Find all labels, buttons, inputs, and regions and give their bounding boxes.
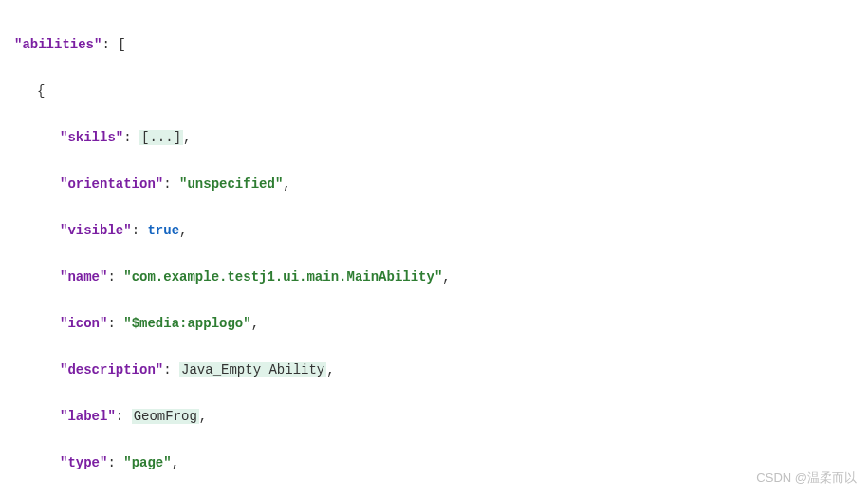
val-icon: $media:applogo: [132, 316, 244, 331]
val-skills: [...]: [139, 130, 183, 145]
key-label: label: [67, 409, 107, 424]
key-visible: visible: [67, 223, 123, 238]
val-orientation: unspecified: [187, 176, 274, 192]
val-visible: true: [147, 223, 179, 238]
key-type: type: [67, 455, 100, 470]
val-label: GeomFrog: [132, 409, 199, 424]
key-icon: icon: [67, 316, 100, 331]
val-description: Java_Empty Ability: [179, 362, 326, 377]
key-name: name: [67, 269, 100, 285]
key-skills: skills: [67, 130, 115, 145]
key-orientation: orientation: [67, 176, 155, 192]
key-abilities: abilities: [22, 37, 94, 52]
json-code-block: "abilities": [ { "skills": [...], "orien…: [14, 9, 854, 497]
val-name: com.example.testj1.ui.main.MainAbility: [132, 269, 434, 285]
val-type: page: [132, 455, 164, 470]
key-description: description: [67, 362, 155, 377]
